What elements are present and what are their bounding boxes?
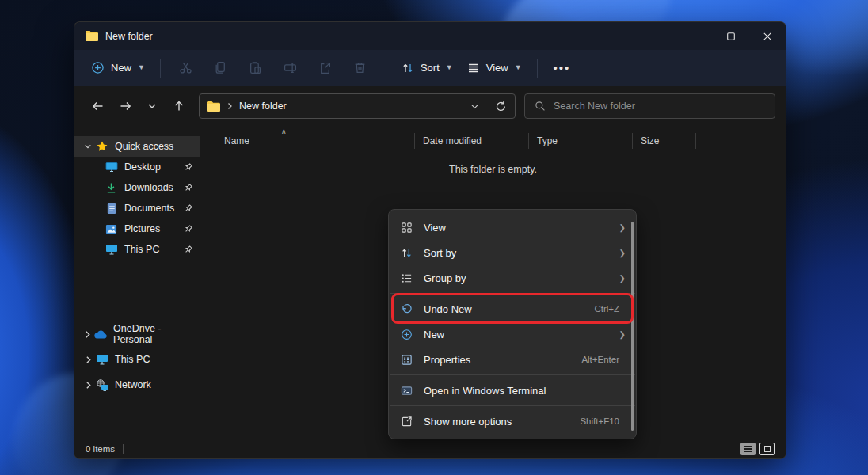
chevron-right-icon[interactable] [81, 381, 95, 390]
chevron-down-icon: ▼ [138, 64, 145, 71]
sidebar-item-quick-access[interactable]: Quick access [74, 136, 200, 157]
new-button[interactable]: New ▼ [84, 56, 152, 79]
undo-icon [400, 303, 413, 315]
menu-item-shortcut: Alt+Enter [581, 355, 619, 364]
column-header-size[interactable]: Size [633, 129, 696, 153]
menu-item-undo-new[interactable]: Undo New Ctrl+Z [389, 296, 636, 321]
recent-locations-button[interactable] [139, 93, 166, 119]
menu-item-label: View [424, 222, 619, 234]
see-more-button[interactable]: ••• [546, 61, 579, 74]
sort-button[interactable]: Sort ▼ [394, 57, 460, 79]
sidebar-item-pictures[interactable]: Pictures [74, 218, 200, 239]
refresh-icon[interactable] [495, 101, 507, 112]
address-dropdown-icon[interactable] [470, 102, 479, 111]
forward-button[interactable] [112, 93, 139, 119]
downloads-icon [105, 182, 118, 194]
command-bar: New ▼ Sort ▼ [74, 50, 786, 86]
chevron-right-icon[interactable] [81, 355, 95, 364]
chevron-down-icon: ▼ [446, 64, 453, 71]
sidebar-item-desktop[interactable]: Desktop [74, 157, 200, 177]
menu-item-label: Group by [424, 272, 619, 284]
back-button[interactable] [85, 93, 112, 119]
status-divider [123, 444, 124, 454]
circle-plus-icon [400, 329, 413, 340]
menu-separator [390, 293, 635, 294]
menu-item-view[interactable]: View ❯ [389, 215, 636, 240]
column-header-type[interactable]: Type [529, 129, 633, 153]
menu-item-show-more-options[interactable]: Show more options Shift+F10 [389, 408, 636, 434]
search-box[interactable] [524, 93, 775, 119]
desktop-icon [105, 161, 118, 173]
sidebar-item-label: Pictures [124, 223, 160, 234]
menu-scrollbar[interactable] [631, 222, 634, 431]
pin-icon [183, 183, 193, 193]
open-external-icon [400, 416, 413, 428]
group-list-icon [400, 272, 413, 284]
sidebar-item-this-pc-pinned[interactable]: This PC [74, 239, 200, 260]
search-icon [535, 101, 546, 112]
view-button[interactable]: View ▼ [460, 57, 529, 79]
menu-item-group-by[interactable]: Group by ❯ [389, 265, 636, 291]
menu-item-open-in-windows-terminal[interactable]: Open in Windows Terminal [389, 378, 636, 403]
navigation-pane: Quick access Desktop Downloads [74, 126, 200, 439]
maximize-button[interactable] [713, 22, 749, 50]
menu-item-label: Open in Windows Terminal [424, 385, 626, 397]
pin-icon [183, 224, 193, 234]
menu-separator [390, 405, 635, 406]
sidebar-item-downloads[interactable]: Downloads [74, 177, 200, 198]
close-button[interactable] [749, 22, 786, 50]
sidebar-item-network[interactable]: Network [74, 372, 200, 397]
menu-item-new[interactable]: New ❯ [389, 321, 636, 347]
menu-item-label: Properties [424, 354, 581, 366]
address-bar[interactable]: New folder [199, 93, 516, 119]
rename-button [273, 55, 308, 81]
large-icons-view-toggle[interactable] [760, 443, 775, 455]
paste-button [238, 55, 273, 81]
copy-button [204, 55, 238, 81]
submenu-chevron-icon: ❯ [619, 223, 626, 232]
toolbar-separator [386, 59, 386, 78]
column-header-name[interactable]: Name [200, 129, 415, 153]
minimize-button[interactable] [676, 22, 713, 50]
sidebar-item-label: OneDrive - Personal [113, 323, 193, 345]
sidebar-item-label: This PC [115, 354, 150, 365]
pin-icon [183, 162, 193, 173]
list-lines-icon [467, 62, 480, 74]
pictures-icon [105, 223, 118, 235]
sidebar-item-label: This PC [124, 244, 159, 255]
chevron-down-icon[interactable] [81, 142, 95, 150]
breadcrumb[interactable]: New folder [239, 101, 287, 112]
sidebar-item-documents[interactable]: Documents [74, 198, 200, 218]
delete-button [343, 55, 378, 81]
view-grid-icon [400, 222, 413, 234]
submenu-chevron-icon: ❯ [619, 274, 626, 283]
up-button[interactable] [166, 93, 192, 119]
menu-item-sort-by[interactable]: Sort by ❯ [389, 240, 636, 265]
menu-item-label: Sort by [424, 247, 619, 259]
properties-icon [400, 354, 413, 366]
pin-icon [183, 245, 193, 255]
sort-button-label: Sort [421, 62, 440, 74]
status-bar: 0 items [74, 439, 786, 458]
terminal-icon [400, 385, 413, 397]
sort-arrows-icon [400, 247, 413, 259]
onedrive-cloud-icon [93, 330, 107, 339]
window-title: New folder [105, 31, 153, 42]
documents-icon [105, 203, 118, 215]
sidebar-item-onedrive[interactable]: OneDrive - Personal [74, 321, 200, 347]
search-input[interactable] [554, 101, 765, 112]
sidebar-item-label: Downloads [124, 182, 173, 193]
menu-item-properties[interactable]: Properties Alt+Enter [389, 347, 636, 372]
menu-item-label: New [424, 329, 619, 340]
share-button [308, 55, 343, 81]
column-header-date-modified[interactable]: Date modified [415, 129, 529, 153]
sort-arrows-icon [402, 62, 414, 74]
details-view-toggle[interactable] [740, 443, 756, 455]
sidebar-item-this-pc[interactable]: This PC [74, 347, 200, 372]
empty-folder-message: This folder is empty. [200, 164, 786, 175]
context-menu: View ❯ Sort by ❯ Group by ❯ Undo New Ctr… [388, 209, 637, 439]
toolbar-separator [160, 59, 161, 78]
pin-icon [183, 203, 193, 214]
menu-item-label: Undo New [424, 303, 594, 315]
chevron-right-icon[interactable] [81, 330, 93, 339]
